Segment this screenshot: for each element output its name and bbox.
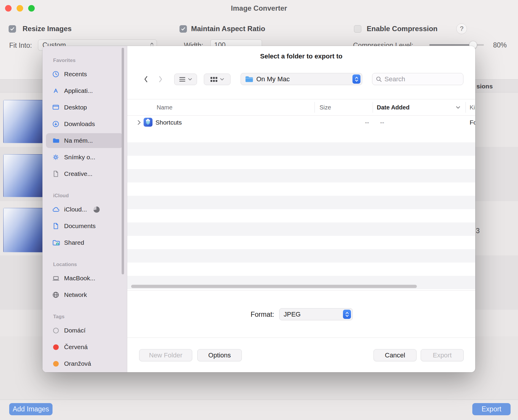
sidebar-item-documents[interactable]: Documents	[46, 219, 123, 233]
table-row[interactable]: Shortcuts -- -- Folder	[127, 116, 475, 129]
new-folder-button[interactable]: New Folder	[139, 349, 192, 361]
sidebar-item-tag-cervena[interactable]: Červená	[46, 340, 123, 354]
cancel-button[interactable]: Cancel	[374, 349, 417, 361]
format-label: Format:	[209, 311, 274, 319]
sidebar-item-snimky[interactable]: Snímky o...	[46, 150, 123, 165]
column-header-date-added[interactable]: Date Added	[377, 99, 409, 115]
location-value: On My Mac	[256, 75, 349, 83]
sidebar-item-label: Shared	[64, 239, 84, 246]
maintain-aspect-checkbox[interactable]	[179, 25, 187, 33]
help-button[interactable]: ?	[456, 23, 467, 34]
shared-folder-icon	[51, 238, 60, 247]
sidebar-item-recents[interactable]: Recents	[46, 67, 123, 82]
sidebar-section-locations: Locations	[53, 261, 127, 268]
sort-chevron-icon	[456, 106, 460, 109]
add-images-button[interactable]: Add Images	[9, 403, 53, 415]
column-header-kind[interactable]: Kind	[470, 99, 475, 115]
laptop-icon	[51, 274, 60, 283]
search-placeholder: Search	[384, 75, 405, 83]
horizontal-scrollbar[interactable]	[131, 285, 417, 288]
chevron-down-icon	[188, 78, 192, 81]
sidebar-item-downloads[interactable]: Downloads	[46, 117, 123, 131]
fit-into-label: Fit Into:	[9, 42, 32, 49]
export-images-button[interactable]: Export	[472, 403, 511, 415]
sidebar-item-label: Creative...	[64, 170, 93, 177]
back-button[interactable]	[139, 74, 152, 85]
screen: Image Converter Resize Images Maintain A…	[0, 0, 518, 420]
column-header-size[interactable]: Size	[320, 99, 331, 115]
sidebar-item-shared[interactable]: Shared	[46, 235, 123, 250]
app-store-icon	[51, 86, 60, 95]
window-bottom-bar: Add Images Export	[0, 400, 518, 420]
sidebar-item-creative[interactable]: Creative...	[46, 166, 123, 181]
sidebar-item-label: Snímky o...	[64, 154, 95, 161]
export-dialog: Favorites Recents Applicati... Desktop	[42, 46, 475, 372]
sidebar-item-label: Network	[64, 291, 87, 298]
dialog-title: Select a folder to export to	[127, 52, 475, 60]
options-button[interactable]: Options	[197, 349, 242, 361]
image-thumbnail[interactable]	[3, 208, 43, 252]
folder-icon	[51, 136, 60, 145]
sidebar-section-favorites: Favorites	[53, 57, 127, 64]
sidebar-item-applications[interactable]: Applicati...	[46, 83, 123, 98]
tag-circle-icon	[51, 343, 60, 351]
sidebar-section-tags: Tags	[53, 314, 127, 320]
sidebar-item-label: Na mém...	[64, 137, 93, 144]
compression-level-value: 80%	[493, 41, 507, 49]
clock-icon	[51, 70, 60, 79]
dimensions-column-fragment: sions	[476, 79, 493, 93]
sidebar-item-label: MacBook...	[64, 275, 95, 282]
format-value: JPEG	[284, 311, 340, 318]
shortcuts-app-icon	[144, 118, 152, 131]
row-size: --	[356, 116, 369, 129]
sidebar-scrollbar[interactable]	[122, 48, 124, 274]
sidebar-item-desktop[interactable]: Desktop	[46, 100, 123, 115]
sidebar-item-tag-domaci[interactable]: Domácí	[46, 323, 123, 338]
sidebar-item-na-mem[interactable]: Na mém...	[46, 133, 123, 148]
checkmark-icon	[181, 26, 186, 31]
row-kind: Folder	[470, 116, 475, 129]
sidebar-item-label: Documents	[64, 222, 96, 230]
list-view-button[interactable]	[174, 74, 197, 85]
search-field[interactable]: Search	[372, 73, 463, 85]
sidebar-item-label: Downloads	[64, 120, 95, 128]
document-icon	[51, 169, 60, 178]
image-thumbnail[interactable]	[3, 154, 43, 197]
column-header-name[interactable]: Name	[157, 99, 172, 115]
resize-images-label: Resize Images	[23, 25, 71, 33]
sidebar-item-label: Desktop	[64, 104, 87, 111]
back-chevron-icon	[143, 75, 149, 83]
sidebar-item-macbook[interactable]: MacBook...	[46, 271, 123, 286]
forward-button[interactable]	[154, 74, 167, 85]
sync-progress-indicator	[93, 206, 100, 213]
sidebar-item-icloud-drive[interactable]: iCloud...	[46, 202, 123, 217]
sidebar-item-network[interactable]: Network	[46, 287, 123, 302]
compression-slider[interactable]	[429, 44, 484, 46]
forward-chevron-icon	[158, 75, 163, 83]
image-thumbnail[interactable]	[3, 100, 43, 143]
download-icon	[51, 120, 60, 128]
dimensions-value-fragment: 3	[476, 227, 480, 235]
checkmark-icon	[10, 26, 15, 31]
disclosure-chevron-icon[interactable]	[137, 116, 141, 129]
search-icon	[376, 76, 382, 82]
cloud-icon	[51, 205, 60, 214]
location-popup[interactable]: On My Mac	[241, 73, 362, 85]
grid-view-icon	[210, 77, 217, 82]
enable-compression-checkbox[interactable]	[354, 25, 361, 33]
sidebar-item-label: Recents	[64, 71, 87, 78]
export-button[interactable]: Export	[421, 349, 464, 361]
desktop-icon	[51, 103, 60, 112]
enable-compression-label: Enable Compression	[367, 25, 438, 33]
sidebar-item-label: Oranžová	[64, 360, 91, 367]
sidebar-item-tag-oranzova[interactable]: Oranžová	[46, 356, 123, 371]
resize-images-checkbox[interactable]	[9, 25, 16, 33]
folder-icon	[245, 76, 253, 82]
dialog-sidebar: Favorites Recents Applicati... Desktop	[42, 46, 127, 372]
gear-icon	[51, 153, 60, 162]
format-popup[interactable]: JPEG	[279, 308, 353, 320]
grid-view-button[interactable]	[204, 74, 231, 85]
slider-fill	[429, 44, 473, 46]
tag-circle-icon	[51, 326, 60, 335]
sidebar-item-label: Domácí	[64, 327, 85, 334]
